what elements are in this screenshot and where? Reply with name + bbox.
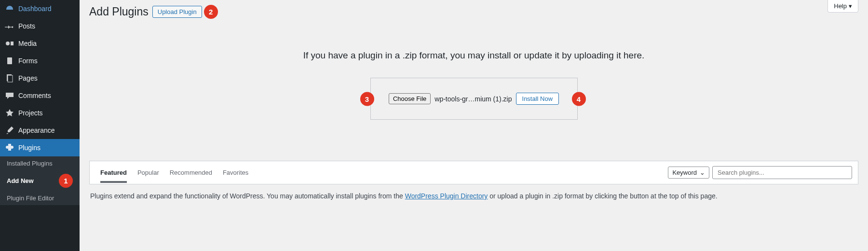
sidebar-item-appearance[interactable]: Appearance	[0, 122, 80, 139]
chevron-down-icon: ⌄	[700, 169, 705, 176]
submenu-installed-plugins[interactable]: Installed Plugins	[0, 156, 80, 170]
sidebar-item-label: Plugins	[18, 144, 41, 152]
annotation-badge-1: 1	[59, 174, 73, 188]
sidebar-item-label: Comments	[18, 92, 51, 99]
page-header: Add Plugins Upload Plugin 2	[80, 0, 868, 24]
plugin-directory-link[interactable]: WordPress Plugin Directory	[405, 192, 488, 200]
annotation-badge-4: 4	[572, 92, 586, 106]
upload-instruction: If you have a plugin in a .zip format, y…	[80, 50, 868, 61]
svg-rect-3	[8, 75, 13, 82]
search-group: Keyword ⌄	[668, 161, 852, 184]
submenu-add-new[interactable]: Add New 1	[0, 170, 80, 191]
desc-text-post: or upload a plugin in .zip format by cli…	[488, 192, 717, 200]
upload-form: 3 Choose File wp-tools-gr…mium (1).zip I…	[370, 78, 578, 120]
svg-point-0	[6, 42, 10, 45]
annotation-badge-3: 3	[360, 92, 374, 106]
comment-icon	[5, 91, 14, 100]
install-now-button[interactable]: Install Now	[516, 93, 559, 105]
chevron-down-icon: ▾	[849, 2, 852, 10]
upload-plugin-button[interactable]: Upload Plugin	[152, 6, 202, 18]
desc-text-pre: Plugins extend and expand the functional…	[90, 192, 405, 200]
svg-rect-1	[7, 57, 12, 64]
help-label: Help	[834, 2, 847, 10]
submenu-plugin-file-editor[interactable]: Plugin File Editor	[0, 191, 80, 205]
sidebar-item-label: Pages	[18, 74, 38, 82]
plugins-description: Plugins extend and expand the functional…	[80, 184, 868, 208]
filter-tabs: Featured Popular Recommended Favorites	[95, 162, 253, 183]
submenu-label: Add New	[7, 177, 34, 184]
admin-sidebar: Dashboard Posts Media Forms Pages Commen…	[0, 0, 80, 251]
tab-popular[interactable]: Popular	[137, 169, 159, 183]
sidebar-item-label: Dashboard	[18, 5, 52, 13]
sidebar-item-label: Forms	[18, 57, 38, 65]
sidebar-item-label: Media	[18, 40, 37, 47]
page-icon	[5, 73, 14, 83]
sidebar-item-label: Appearance	[18, 126, 55, 134]
search-type-select[interactable]: Keyword ⌄	[668, 167, 709, 179]
sidebar-item-media[interactable]: Media	[0, 35, 80, 52]
pin-icon	[5, 21, 14, 31]
selected-filename: wp-tools-gr…mium (1).zip	[434, 95, 512, 103]
sidebar-item-projects[interactable]: Projects	[0, 104, 80, 122]
sidebar-item-label: Projects	[18, 109, 43, 117]
sidebar-item-label: Posts	[18, 22, 35, 30]
tab-featured[interactable]: Featured	[100, 169, 127, 183]
brush-icon	[5, 126, 14, 135]
plugins-submenu: Installed Plugins Add New 1 Plugin File …	[0, 156, 80, 205]
sidebar-item-posts[interactable]: Posts	[0, 17, 80, 35]
clipboard-icon	[5, 56, 14, 66]
plugin-icon	[5, 143, 14, 153]
submenu-label: Plugin File Editor	[7, 195, 54, 202]
search-plugins-input[interactable]	[712, 166, 852, 179]
filter-bar: Featured Popular Recommended Favorites K…	[89, 161, 858, 184]
help-tab[interactable]: Help ▾	[827, 0, 858, 13]
select-label: Keyword	[672, 169, 697, 176]
submenu-label: Installed Plugins	[7, 160, 53, 167]
sidebar-item-dashboard[interactable]: Dashboard	[0, 0, 80, 17]
sidebar-item-pages[interactable]: Pages	[0, 70, 80, 87]
main-content: Help ▾ Add Plugins Upload Plugin 2 If yo…	[80, 0, 868, 251]
annotation-badge-2: 2	[204, 5, 218, 19]
sidebar-item-forms[interactable]: Forms	[0, 52, 80, 70]
tab-recommended[interactable]: Recommended	[170, 169, 212, 183]
media-icon	[5, 39, 14, 48]
tab-favorites[interactable]: Favorites	[223, 169, 248, 183]
gauge-icon	[5, 4, 14, 14]
sidebar-item-comments[interactable]: Comments	[0, 87, 80, 104]
sidebar-item-plugins[interactable]: Plugins	[0, 139, 80, 156]
page-title: Add Plugins	[89, 5, 149, 18]
choose-file-button[interactable]: Choose File	[389, 93, 431, 104]
star-icon	[5, 108, 14, 118]
